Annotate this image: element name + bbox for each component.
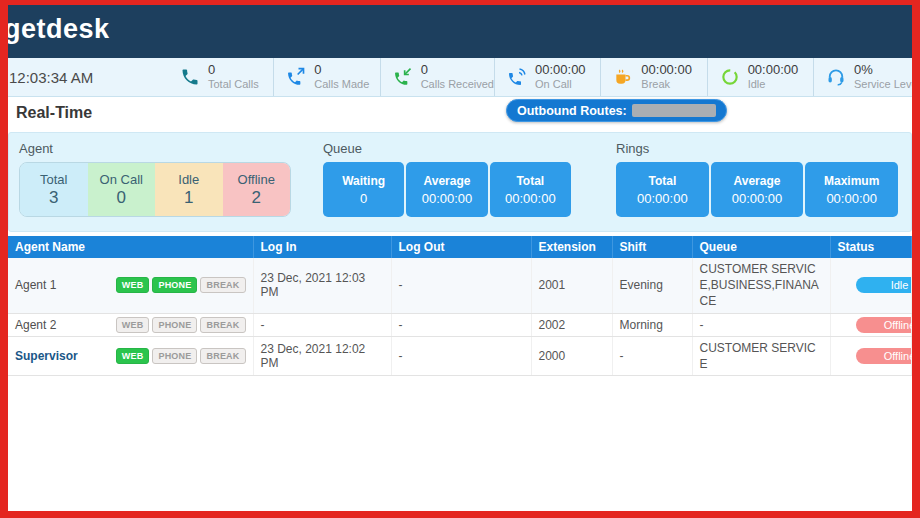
- queue-waiting-cell: Waiting 0: [323, 162, 404, 217]
- agent-cells: Total 3 On Call 0 Idle 1 Offline 2: [19, 162, 291, 217]
- cell-value: 0: [117, 188, 126, 208]
- queue-cell: CUSTOMER SERVICE,BUSINESS,FINANACE: [692, 258, 830, 313]
- rings-maximum-cell: Maximum 00:00:00: [805, 162, 898, 217]
- cell-value: 00:00:00: [637, 191, 688, 206]
- cell-value: 3: [49, 188, 58, 208]
- col-extension: Extension: [531, 236, 612, 258]
- idle-ring-icon: [720, 67, 740, 87]
- rings-cells: Total 00:00:00 Average 00:00:00 Maximum …: [616, 162, 898, 217]
- cell-label: On Call: [100, 172, 143, 187]
- agents-table: Agent Name Log In Log Out Extension Shif…: [8, 236, 912, 376]
- phone-in-talk-icon: [507, 67, 527, 87]
- outbound-routes-tooltip: Outbound Routes:: [506, 99, 727, 122]
- agent-name-link[interactable]: Supervisor: [15, 349, 78, 363]
- login-cell: 23 Dec, 2021 12:02 PM: [253, 336, 391, 375]
- cell-value: 00:00:00: [732, 191, 783, 206]
- cell-value: 0: [360, 191, 367, 206]
- col-queue: Queue: [692, 236, 830, 258]
- headset-icon: [826, 67, 846, 87]
- queue-cell: CUSTOMER SERVICE: [692, 336, 830, 375]
- dashboard-screen: getdesk 12:03:34 AM 0Total Calls 0Calls …: [0, 0, 920, 518]
- call-made-icon: [286, 67, 306, 87]
- channel-badges: WEB PHONE BREAK: [116, 277, 246, 293]
- page-title: Real-Time: [16, 104, 92, 122]
- shift-cell: Evening: [612, 258, 692, 313]
- redacted-value: [632, 104, 716, 117]
- stat-value: 0: [421, 62, 494, 78]
- coffee-cup-icon: [613, 67, 633, 87]
- phone-badge: PHONE: [152, 348, 197, 364]
- agent-idle-cell: Idle 1: [155, 163, 223, 216]
- cell-label: Maximum: [824, 174, 879, 188]
- cell-label: Total: [516, 174, 544, 188]
- table-row: Supervisor WEB PHONE BREAK 23 Dec, 2021 …: [8, 336, 912, 375]
- agent-name: Agent 1: [15, 278, 56, 292]
- queue-panel-title: Queue: [323, 141, 571, 156]
- login-cell: -: [253, 313, 391, 336]
- col-log-in: Log In: [253, 236, 391, 258]
- stat-value: 00:00:00: [535, 62, 586, 78]
- channel-badges: WEB PHONE BREAK: [116, 348, 246, 364]
- logout-cell: -: [391, 313, 531, 336]
- break-badge: BREAK: [200, 317, 245, 333]
- summary-panels: Agent Total 3 On Call 0 Idle 1 Offline 2: [8, 132, 912, 232]
- agent-offline-cell: Offline 2: [223, 163, 291, 216]
- stat-break: 00:00:00Break: [600, 58, 706, 96]
- table-header-row: Agent Name Log In Log Out Extension Shif…: [8, 236, 912, 258]
- stat-value: 0%: [854, 62, 920, 78]
- stat-value: 00:00:00: [641, 62, 692, 78]
- stat-total-calls: 0Total Calls: [168, 58, 273, 96]
- table-row: Agent 2 WEB PHONE BREAK - - 2002 Morning…: [8, 313, 912, 336]
- shift-cell: -: [612, 336, 692, 375]
- cell-label: Average: [424, 174, 471, 188]
- stat-label: On Call: [535, 78, 586, 92]
- stat-calls-received: 0Calls Received: [380, 58, 494, 96]
- status-badge: Offline: [856, 317, 920, 333]
- logout-cell: -: [391, 258, 531, 313]
- table-row: Agent 1 WEB PHONE BREAK 23 Dec, 2021 12:…: [8, 258, 912, 313]
- current-time: 12:03:34 AM: [0, 69, 168, 86]
- phone-icon: [180, 67, 200, 87]
- rings-average-cell: Average 00:00:00: [711, 162, 804, 217]
- col-agent-name: Agent Name: [8, 236, 253, 258]
- cell-label: Waiting: [342, 174, 385, 188]
- stats-list: 0Total Calls 0Calls Made 0Calls Received…: [168, 58, 920, 96]
- web-badge: WEB: [116, 317, 150, 333]
- cell-label: Average: [734, 174, 781, 188]
- cell-label: Offline: [238, 172, 275, 187]
- logout-cell: -: [391, 336, 531, 375]
- tooltip-label: Outbound Routes:: [517, 104, 627, 118]
- extension-cell: 2001: [531, 258, 612, 313]
- cell-value: 00:00:00: [422, 191, 473, 206]
- stat-label: Idle: [748, 78, 799, 92]
- rings-total-cell: Total 00:00:00: [616, 162, 709, 217]
- break-badge: BREAK: [200, 348, 245, 364]
- stat-value: 0: [314, 62, 369, 78]
- queue-average-cell: Average 00:00:00: [406, 162, 487, 217]
- cell-value: 2: [252, 188, 261, 208]
- agent-panel: Agent Total 3 On Call 0 Idle 1 Offline 2: [19, 141, 291, 217]
- stat-value: 00:00:00: [748, 62, 799, 78]
- agent-panel-title: Agent: [19, 141, 291, 156]
- shift-cell: Morning: [612, 313, 692, 336]
- extension-cell: 2002: [531, 313, 612, 336]
- cell-value: 00:00:00: [826, 191, 877, 206]
- queue-cell: -: [692, 313, 830, 336]
- agent-name: Agent 2: [15, 318, 56, 332]
- col-shift: Shift: [612, 236, 692, 258]
- stat-idle: 00:00:00Idle: [707, 58, 813, 96]
- stat-value: 0: [208, 62, 259, 78]
- agent-total-cell: Total 3: [20, 163, 88, 216]
- col-log-out: Log Out: [391, 236, 531, 258]
- login-cell: 23 Dec, 2021 12:03 PM: [253, 258, 391, 313]
- rings-panel: Rings Total 00:00:00 Average 00:00:00 Ma…: [616, 141, 898, 217]
- stat-on-call: 00:00:00On Call: [494, 58, 600, 96]
- stat-label: Calls Received: [421, 78, 494, 92]
- title-row: Real-Time: [0, 97, 920, 131]
- stat-label: Calls Made: [314, 78, 369, 92]
- agent-oncall-cell: On Call 0: [88, 163, 156, 216]
- extension-cell: 2000: [531, 336, 612, 375]
- channel-badges: WEB PHONE BREAK: [116, 317, 246, 333]
- queue-cells: Waiting 0 Average 00:00:00 Total 00:00:0…: [323, 162, 571, 217]
- phone-badge: PHONE: [152, 277, 197, 293]
